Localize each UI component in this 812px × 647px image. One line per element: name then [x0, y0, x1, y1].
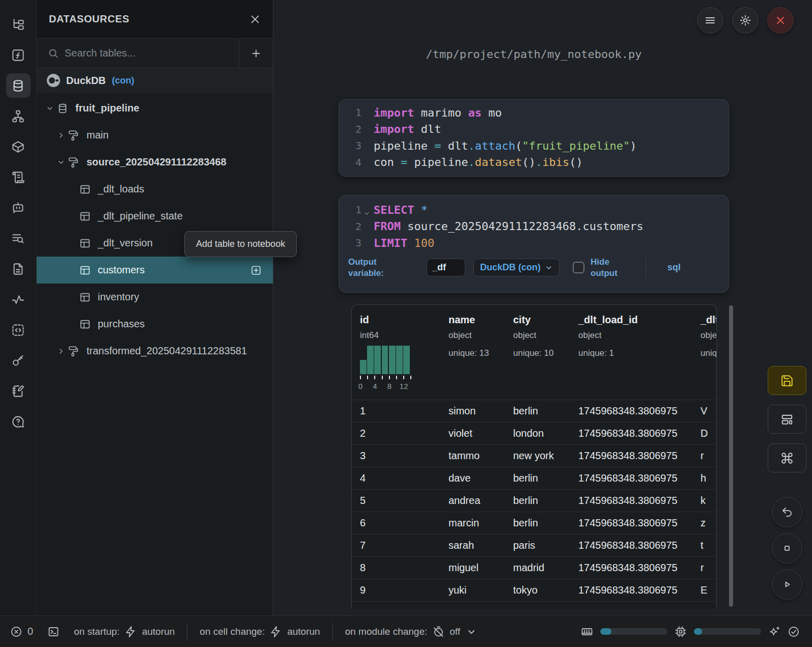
- duckdb-engine-row[interactable]: DuckDB (con): [37, 68, 273, 93]
- code-cell-sql[interactable]: 1SELECT *2FROM source_202504291112283468…: [339, 195, 729, 293]
- table-row[interactable]: 6marcinberlin1745968348.3806975z: [352, 512, 716, 534]
- shortcuts-button[interactable]: [768, 443, 806, 472]
- table-row[interactable]: 3tammonew york1745968348.3806975r: [352, 444, 716, 467]
- table-row[interactable]: 9yukitokyo1745968348.3806975E: [352, 579, 716, 601]
- tree-item-_dlt_loads[interactable]: _dlt_loads: [37, 176, 273, 203]
- search-box[interactable]: [37, 39, 239, 68]
- tree-item-label: source_202504291112283468: [87, 156, 227, 168]
- chevron-right-icon[interactable]: [57, 131, 68, 139]
- table-row[interactable]: 5andreaberlin1745968348.3806975k: [352, 489, 716, 512]
- on-module-change-setting[interactable]: on module change: off: [345, 626, 478, 638]
- chevron-right-icon[interactable]: [57, 347, 68, 355]
- on-cell-change-setting[interactable]: on cell change: autorun: [200, 626, 320, 638]
- histogram-tick-label: 0: [358, 382, 362, 390]
- code-line[interactable]: 2import dlt: [339, 121, 729, 138]
- play-icon: [781, 578, 793, 590]
- engine-name: DuckDB: [66, 75, 106, 87]
- sidebar-key-icon[interactable]: [6, 348, 31, 373]
- cell: simon: [440, 405, 505, 417]
- cell: k: [692, 495, 717, 507]
- column-header-name[interactable]: nameobjectunique: 13: [440, 314, 505, 400]
- cell: berlin: [505, 495, 570, 507]
- code-line[interactable]: 3LIMIT 100: [339, 235, 729, 251]
- column-header-_dlt_id[interactable]: _dlt_idobjectunique: 13: [692, 314, 717, 400]
- search-input[interactable]: [65, 47, 239, 59]
- stop-button[interactable]: [772, 533, 802, 564]
- table-icon: [79, 265, 91, 276]
- sidebar-activity-icon[interactable]: [6, 287, 31, 312]
- column-header-_dlt_load_id[interactable]: _dlt_load_idobjectunique: 1: [570, 314, 692, 400]
- error-indicator[interactable]: 0: [10, 626, 33, 638]
- on-module-change-value: off: [450, 626, 460, 637]
- fold-chevron-icon[interactable]: [363, 207, 370, 219]
- check-circle-icon[interactable]: [788, 626, 800, 638]
- code-line[interactable]: 1import marimo as mo: [339, 104, 729, 121]
- close-app-button[interactable]: [767, 7, 794, 34]
- sidebar-database-icon[interactable]: [6, 73, 31, 98]
- sidebar-list-search-icon[interactable]: [6, 226, 31, 250]
- column-header-city[interactable]: cityobjectunique: 10: [505, 314, 570, 400]
- table-row[interactable]: 7sarahparis1745968348.3806975t: [352, 534, 716, 556]
- tree-item-label: main: [87, 129, 108, 141]
- hide-output-checkbox[interactable]: [573, 262, 584, 273]
- line-number: 2: [339, 220, 361, 233]
- tree-item-transformed_202504291112283581[interactable]: transformed_202504291112283581: [37, 337, 273, 364]
- sidebar-file-tree-icon[interactable]: [6, 12, 31, 37]
- tree-item-_dlt_pipeline_state[interactable]: _dlt_pipeline_state: [37, 203, 273, 230]
- settings-button[interactable]: [732, 7, 759, 34]
- table-row[interactable]: 2violetlondon1745968348.3806975D: [352, 422, 716, 444]
- tree-item-customers[interactable]: customers: [37, 257, 273, 284]
- tree-item-label: transformed_202504291112283581: [87, 345, 247, 357]
- chevron-down-icon[interactable]: [46, 104, 57, 112]
- table-row[interactable]: 4daveberlin1745968348.3806975h: [352, 467, 716, 489]
- code-line[interactable]: 4con = pipeline.dataset().ibis(): [339, 154, 729, 171]
- code-line[interactable]: 2FROM source_202504291112283468.customer…: [339, 218, 729, 235]
- cell: berlin: [505, 517, 570, 529]
- line-number: 2: [339, 123, 361, 135]
- tree-item-fruit_pipeline[interactable]: fruit_pipeline: [37, 95, 273, 122]
- add-datasource-button[interactable]: [239, 39, 273, 68]
- tree-item-purchases[interactable]: purchases: [37, 311, 273, 337]
- close-panel-icon[interactable]: [249, 14, 261, 25]
- terminal-button[interactable]: [47, 626, 60, 638]
- undo-button[interactable]: [772, 497, 802, 527]
- sidebar-function-square-icon[interactable]: [6, 43, 31, 67]
- save-button[interactable]: [768, 366, 806, 395]
- column-header-id[interactable]: idint6404812: [352, 314, 440, 400]
- sidebar-scroll-icon[interactable]: [6, 165, 31, 189]
- sidebar-bot-icon[interactable]: [6, 195, 31, 220]
- code-line[interactable]: 3pipeline = dlt.attach("fruit_pipeline"): [339, 137, 729, 154]
- cell: 1745968348.3806975: [570, 450, 692, 462]
- sidebar-package-icon[interactable]: [6, 134, 31, 159]
- menu-button[interactable]: [697, 7, 723, 34]
- histogram-bar: [403, 346, 410, 374]
- sidebar-file-text-icon[interactable]: [6, 257, 31, 281]
- table-row[interactable]: 1simonberlin1745968348.3806975V: [352, 400, 716, 422]
- table-row[interactable]: 8miguelmadrid1745968348.3806975r: [352, 556, 716, 579]
- sidebar-network-icon[interactable]: [6, 104, 31, 128]
- engine-dropdown[interactable]: DuckDB (con): [473, 259, 559, 276]
- sidebar-help-circle-icon[interactable]: [6, 409, 31, 434]
- run-button[interactable]: [772, 569, 802, 600]
- output-variable-input[interactable]: [427, 259, 465, 276]
- result-table[interactable]: idint6404812nameobjectunique: 13cityobje…: [351, 304, 717, 609]
- sidebar-code-square-icon[interactable]: [6, 318, 31, 342]
- code-line[interactable]: 1SELECT *: [339, 202, 729, 218]
- ai-sparkle-icon[interactable]: [768, 626, 780, 638]
- tree-item-inventory[interactable]: inventory: [37, 284, 273, 311]
- divider: [646, 257, 646, 278]
- tree-item-main[interactable]: main: [37, 122, 273, 149]
- vertical-scrollbar[interactable]: [729, 305, 733, 607]
- sidebar-notebook-pen-icon[interactable]: [6, 379, 31, 403]
- notebook-path[interactable]: /tmp/project/path/my_notebook.py: [339, 48, 729, 61]
- on-cell-change-value: autorun: [287, 626, 320, 637]
- chevron-down-icon[interactable]: [57, 158, 68, 166]
- on-startup-label: on startup:: [74, 626, 120, 637]
- tree-item-label: _dlt_version: [98, 237, 153, 249]
- tree-item-source_202504291112283468[interactable]: source_202504291112283468: [37, 149, 273, 176]
- on-startup-setting[interactable]: on startup: autorun: [74, 626, 175, 638]
- cell: 5: [352, 495, 440, 507]
- layout-button[interactable]: [768, 405, 806, 434]
- code-cell-python[interactable]: 1import marimo as mo2import dlt3pipeline…: [339, 99, 729, 177]
- add-table-to-notebook-icon[interactable]: [250, 265, 262, 276]
